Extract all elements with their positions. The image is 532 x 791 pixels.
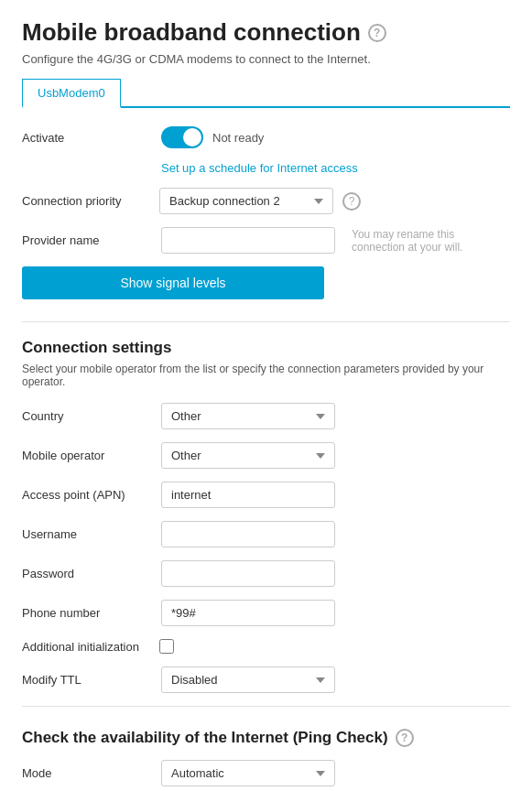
- username-row: Username: [22, 521, 510, 547]
- password-row: Password: [22, 560, 510, 587]
- apn-label: Access point (APN): [22, 488, 150, 502]
- activate-status: Not ready: [212, 131, 264, 145]
- show-signal-button[interactable]: Show signal levels: [22, 266, 324, 299]
- priority-help-icon[interactable]: ?: [342, 192, 361, 211]
- mobile-operator-select[interactable]: Other: [161, 442, 335, 469]
- phone-number-label: Phone number: [22, 606, 150, 620]
- phone-number-input[interactable]: [161, 600, 335, 626]
- password-label: Password: [22, 567, 150, 580]
- ping-mode-label: Mode: [22, 766, 150, 780]
- country-label: Country: [22, 409, 150, 423]
- ping-check-title: Check the availability of the Internet (…: [22, 729, 510, 747]
- connection-priority-row: Connection priority Backup connection 2 …: [22, 188, 510, 214]
- tab-bar: UsbModem0: [22, 79, 510, 108]
- connection-settings-desc: Select your mobile operator from the lis…: [22, 363, 510, 388]
- activate-row: Activate Not ready: [22, 126, 510, 148]
- schedule-link[interactable]: Set up a schedule for Internet access: [161, 161, 510, 175]
- additional-init-row: Additional initialization: [22, 639, 510, 654]
- password-input[interactable]: [161, 560, 335, 587]
- toggle-slider: [161, 126, 203, 148]
- username-label: Username: [22, 527, 150, 541]
- ping-check-help-icon[interactable]: ?: [396, 729, 414, 747]
- activate-toggle-wrapper: Not ready: [161, 126, 264, 148]
- country-row: Country Other: [22, 403, 510, 429]
- connection-settings-title: Connection settings: [22, 339, 510, 357]
- tab-usbmodem0[interactable]: UsbModem0: [22, 79, 121, 108]
- additional-init-checkbox[interactable]: [159, 639, 174, 654]
- mobile-operator-label: Mobile operator: [22, 449, 150, 462]
- apn-row: Access point (APN): [22, 482, 510, 508]
- page-title: Mobile broadband connection: [22, 18, 361, 47]
- modify-ttl-row: Modify TTL Disabled Enabled: [22, 666, 510, 693]
- apn-input[interactable]: [161, 482, 335, 508]
- connection-priority-label: Connection priority: [22, 194, 150, 208]
- mobile-operator-row: Mobile operator Other: [22, 442, 510, 469]
- provider-name-input[interactable]: [161, 227, 335, 254]
- provider-name-hint: You may rename this connection at your w…: [352, 228, 510, 254]
- ping-mode-select[interactable]: Automatic Manual Disabled: [161, 760, 335, 786]
- country-select[interactable]: Other: [161, 403, 335, 429]
- modify-ttl-label: Modify TTL: [22, 673, 150, 687]
- ping-check-section: Check the availability of the Internet (…: [22, 729, 510, 786]
- activate-label: Activate: [22, 131, 150, 145]
- phone-number-row: Phone number: [22, 600, 510, 626]
- additional-init-label: Additional initialization: [22, 640, 150, 654]
- provider-name-label: Provider name: [22, 233, 150, 247]
- ping-mode-row: Mode Automatic Manual Disabled: [22, 760, 510, 786]
- username-input[interactable]: [161, 521, 335, 547]
- activate-toggle[interactable]: [161, 126, 203, 148]
- provider-name-row: Provider name You may rename this connec…: [22, 227, 510, 254]
- connection-priority-select[interactable]: Backup connection 2 Primary connection B…: [159, 188, 333, 214]
- modify-ttl-select[interactable]: Disabled Enabled: [161, 666, 335, 693]
- section-divider-1: [22, 321, 510, 322]
- section-divider-2: [22, 706, 510, 707]
- page-help-icon[interactable]: ?: [368, 24, 386, 42]
- ping-check-title-text: Check the availability of the Internet (…: [22, 729, 388, 747]
- page-subtitle: Configure the 4G/3G or CDMA modems to co…: [22, 52, 510, 66]
- page-title-row: Mobile broadband connection ?: [22, 18, 510, 47]
